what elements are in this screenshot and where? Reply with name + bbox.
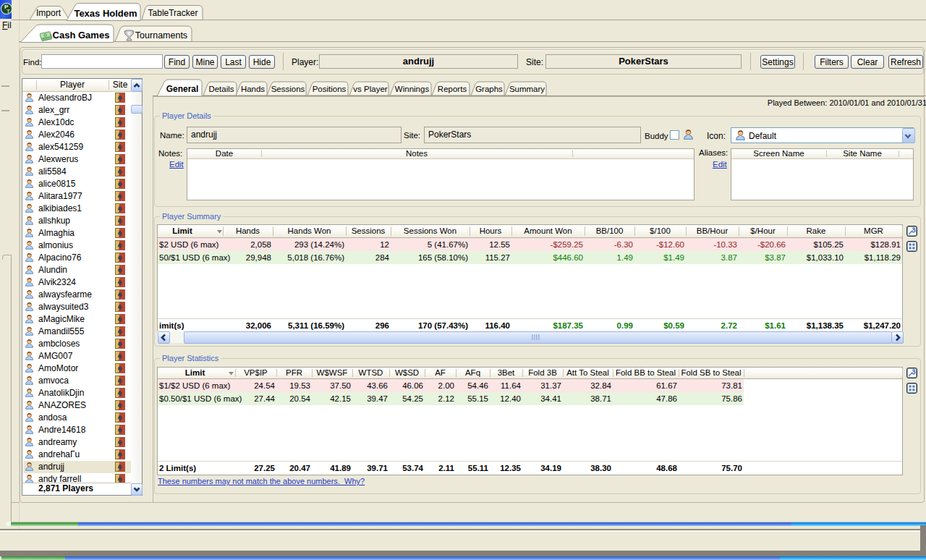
- svg-text:Summary: Summary: [509, 85, 545, 93]
- svg-text:Tournaments: Tournaments: [135, 30, 187, 41]
- svg-text:Import: Import: [36, 8, 61, 18]
- svg-text:Positions: Positions: [313, 85, 347, 93]
- svg-text:Winnings: Winnings: [395, 85, 430, 93]
- svg-text:Texas Holdem: Texas Holdem: [74, 8, 137, 19]
- svg-text:Details: Details: [208, 85, 234, 93]
- svg-text:Graphs: Graphs: [475, 85, 503, 93]
- svg-text:Cash Games: Cash Games: [53, 30, 110, 41]
- svg-text:Hands: Hands: [241, 85, 265, 93]
- svg-text:vs Player: vs Player: [353, 85, 387, 93]
- svg-text:General: General: [166, 84, 199, 94]
- svg-text:Sessions: Sessions: [271, 85, 305, 93]
- svg-text:Reports: Reports: [438, 85, 467, 93]
- svg-text:TableTracker: TableTracker: [148, 8, 198, 18]
